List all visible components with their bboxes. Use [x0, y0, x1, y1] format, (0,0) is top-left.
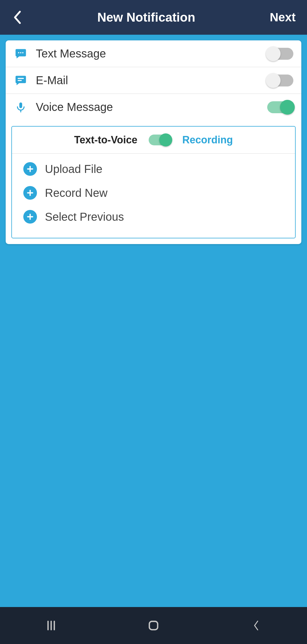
email-toggle[interactable] — [267, 75, 293, 86]
voice-mode-tts[interactable]: Text-to-Voice — [74, 134, 138, 146]
svg-rect-4 — [18, 80, 22, 81]
channel-card: Text Message E-Mail Voice Message Text-t… — [6, 40, 301, 244]
voice-toggle[interactable] — [267, 101, 293, 113]
channel-label: E-Mail — [36, 74, 259, 87]
nav-recents[interactable] — [40, 617, 63, 634]
page-title: New Notification — [26, 10, 267, 24]
voice-mode-switch: Text-to-Voice Recording — [12, 127, 295, 154]
plus-icon — [23, 186, 37, 200]
voice-mode-toggle[interactable] — [149, 135, 171, 145]
svg-rect-3 — [18, 78, 24, 79]
system-navbar — [0, 607, 307, 644]
action-label: Record New — [45, 187, 107, 199]
plus-icon — [23, 210, 37, 224]
svg-point-0 — [18, 52, 19, 53]
action-label: Select Previous — [45, 210, 124, 223]
upload-file-action[interactable]: Upload File — [23, 162, 284, 176]
voice-actions: Upload File Record New Select Previous — [12, 154, 295, 238]
chevron-left-icon — [12, 10, 22, 24]
microphone-icon — [14, 101, 28, 113]
app-header: New Notification Next — [0, 0, 307, 35]
voice-mode-recording[interactable]: Recording — [182, 134, 233, 146]
channel-label: Text Message — [36, 47, 259, 60]
channel-text-message[interactable]: Text Message — [6, 40, 301, 67]
action-label: Upload File — [45, 163, 102, 176]
email-icon — [14, 74, 28, 87]
next-button[interactable]: Next — [267, 11, 298, 24]
channel-label: Voice Message — [36, 101, 259, 113]
voice-panel: Text-to-Voice Recording Upload File Reco… — [11, 126, 296, 238]
nav-home[interactable] — [142, 617, 165, 634]
text-message-toggle[interactable] — [267, 48, 293, 60]
record-new-action[interactable]: Record New — [23, 186, 284, 200]
nav-back[interactable] — [244, 617, 267, 634]
content-area: Text Message E-Mail Voice Message Text-t… — [0, 35, 307, 607]
select-previous-action[interactable]: Select Previous — [23, 210, 284, 224]
back-button[interactable] — [9, 10, 26, 24]
svg-rect-15 — [149, 621, 157, 629]
plus-icon — [23, 162, 37, 176]
svg-point-1 — [20, 52, 21, 53]
svg-point-2 — [22, 52, 23, 53]
text-message-icon — [14, 48, 28, 60]
channel-email[interactable]: E-Mail — [6, 67, 301, 94]
channel-voice[interactable]: Voice Message — [6, 94, 301, 120]
